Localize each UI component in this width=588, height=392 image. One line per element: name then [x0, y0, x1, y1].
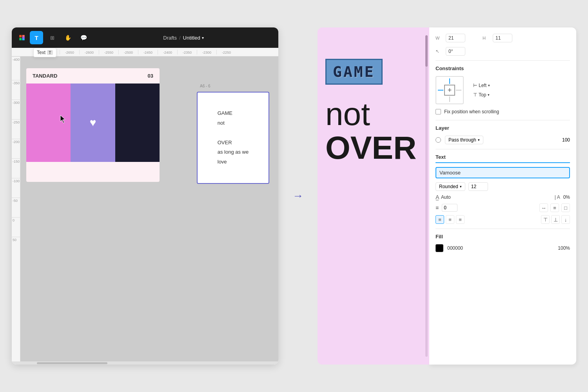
comment-tool-icon: 💬 — [80, 34, 87, 41]
font-name-input[interactable] — [436, 167, 570, 178]
text-valign-middle-btn[interactable]: ⊥ — [551, 215, 560, 224]
layer-opacity — [555, 137, 570, 143]
canvas-frame-label: A6 - 6 — [200, 84, 211, 88]
fix-position-row: Fix position when scrolling — [436, 109, 570, 114]
h-input[interactable] — [493, 34, 512, 42]
text-valign-bottom-btn[interactable]: ↓ — [561, 215, 570, 224]
text-card[interactable]: GAME not OVER as long as we love — [197, 92, 269, 184]
font-style-row: Rounded ▾ — [436, 182, 570, 191]
toolbar: T ⊞ ✋ 💬 Drafts / Untitled ▾ — [12, 27, 278, 48]
breadcrumb-drafts[interactable]: Drafts — [163, 35, 177, 41]
text-align-left-btn[interactable]: ≡ — [436, 215, 444, 224]
standard-card[interactable]: TANDARD 03 ♥ — [26, 68, 160, 182]
preview-not-text: not — [325, 96, 416, 132]
breadcrumb-sep: / — [179, 35, 181, 41]
game-badge-text: GAME — [333, 63, 375, 80]
ruler-mark: -2650 — [60, 50, 79, 54]
font-name-row — [436, 167, 570, 178]
text-indent-input[interactable] — [442, 204, 457, 212]
heart-icon: ♥ — [90, 116, 96, 129]
text-auto-row: A̲ Auto | A 0% — [436, 194, 570, 200]
text-tool-button[interactable]: T — [30, 31, 43, 44]
text-align-h-icon[interactable]: ↔ — [539, 203, 548, 212]
hand-tool-button[interactable]: ✋ — [61, 31, 74, 44]
text-auto-icon: A̲ — [436, 194, 439, 200]
text-card-content: GAME not OVER as long as we love — [218, 109, 249, 167]
constraint-line-left — [438, 90, 443, 91]
constraint-center: + — [444, 85, 455, 96]
constraint-v-chevron: ▾ — [488, 93, 490, 97]
component-tool-button[interactable]: ⊞ — [45, 31, 59, 44]
standard-label: TANDARD — [33, 73, 57, 79]
divider-3 — [436, 149, 570, 149]
standard-card-header: TANDARD 03 — [26, 68, 160, 83]
ruler-v-mark: -250 — [12, 119, 20, 139]
right-panel: GAME not OVER W H ↖ — [318, 27, 576, 365]
layer-mode-select[interactable]: Pass through ▾ — [445, 136, 483, 144]
cursor-tooltip-shortcut: T — [47, 50, 53, 55]
preview-scrollbar-thumb[interactable] — [425, 35, 428, 67]
constraint-horizontal-select[interactable]: ⊢ Left ▾ — [473, 83, 490, 88]
toolbar-center: Drafts / Untitled ▾ — [93, 35, 274, 41]
text-line-aslong: as long as we — [218, 147, 249, 157]
ruler-v-marks: -400 -350 -300 -250 -200 -150 -100 -50 0… — [12, 56, 20, 256]
ruler-v-mark: -100 — [12, 178, 20, 198]
text-line-love: love — [218, 157, 249, 167]
text-align-right-btn[interactable]: ≡ — [456, 215, 465, 224]
font-style-select[interactable]: Rounded ▾ — [436, 182, 465, 191]
ruler-v-mark: 0 — [12, 217, 20, 237]
layer-circle-icon — [436, 137, 441, 143]
arrow-container: → — [286, 190, 310, 202]
scrollbar-thumb[interactable] — [37, 362, 107, 364]
layer-mode-value: Pass through — [448, 137, 476, 143]
ruler-mark: -2500 — [118, 50, 138, 54]
layer-opacity-input[interactable] — [555, 137, 570, 143]
constraint-line-top — [449, 78, 450, 84]
constraint-line-bottom — [449, 96, 450, 102]
w-input[interactable] — [446, 34, 465, 42]
component-tool-icon: ⊞ — [50, 35, 54, 41]
constraint-h-chevron: ▾ — [488, 83, 490, 87]
cursor-tooltip: Text T — [33, 48, 56, 57]
text-indent-icon: ≡ — [436, 205, 439, 211]
fill-opacity-value: 100% — [558, 245, 570, 251]
divider-1 — [436, 60, 570, 61]
text-valign-top-btn[interactable]: ⊤ — [541, 215, 550, 224]
figma-logo[interactable] — [16, 32, 27, 43]
fix-position-checkbox[interactable] — [436, 109, 441, 114]
comment-tool-button[interactable]: 💬 — [77, 31, 90, 44]
standard-number: 03 — [148, 73, 153, 79]
text-indent-row: ≡ ↔ ≡ □ — [436, 203, 570, 212]
fill-color-swatch[interactable] — [436, 244, 443, 252]
constraint-line-right — [456, 90, 461, 91]
ruler-v-mark: -150 — [12, 158, 20, 178]
text-align-box-icon[interactable]: □ — [561, 203, 570, 212]
font-size-input[interactable] — [468, 182, 488, 191]
ruler-mark: -2350 — [177, 50, 197, 54]
color-bars: ♥ — [26, 83, 160, 162]
fill-row: 000000 100% — [436, 244, 570, 252]
text-align-center-icon[interactable]: ≡ — [550, 203, 559, 212]
canvas-scrollbar[interactable] — [12, 361, 278, 365]
breadcrumb-current[interactable]: Untitled ▾ — [183, 35, 204, 41]
fill-title: Fill — [436, 234, 570, 240]
preview-scrollbar[interactable] — [425, 35, 428, 357]
font-style-value: Rounded — [439, 184, 458, 189]
ruler-mark: -2300 — [197, 50, 216, 54]
hand-tool-icon: ✋ — [65, 34, 71, 41]
design-canvas[interactable]: TANDARD 03 ♥ A6 - 6 — [20, 56, 278, 361]
left-panel: T ⊞ ✋ 💬 Drafts / Untitled ▾ — [12, 27, 278, 365]
breadcrumb-chevron: ▾ — [202, 36, 204, 40]
ruler-mark: -2400 — [158, 50, 177, 54]
text-align-icons: ↔ ≡ □ — [539, 203, 570, 212]
canvas-area: -400 -350 -300 -250 -200 -150 -100 -50 0… — [12, 56, 278, 361]
divider-4 — [436, 229, 570, 229]
constraint-vertical-select[interactable]: ⊤ Top ▾ — [473, 92, 490, 98]
main-container: T ⊞ ✋ 💬 Drafts / Untitled ▾ — [0, 0, 588, 392]
color-bar-purple: ♥ — [71, 83, 115, 162]
ruler-h-marks: -2700 -2650 -2600 -2550 -2500 -2450 -240… — [40, 50, 278, 54]
fix-position-label: Fix position when scrolling — [444, 109, 499, 114]
text-a-label: | A — [555, 194, 560, 200]
angle-input[interactable] — [446, 47, 465, 56]
text-align-center-btn[interactable]: ≡ — [446, 215, 454, 224]
